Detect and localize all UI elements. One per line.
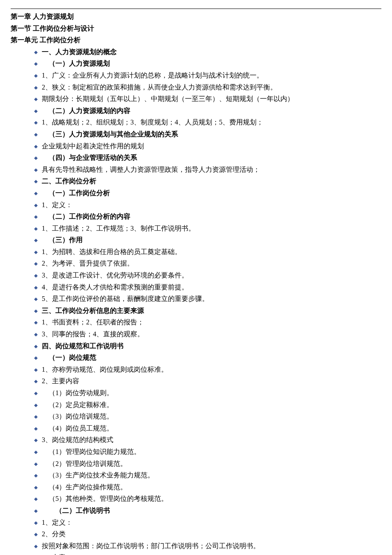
diamond-bullet-icon: ◆ [34, 331, 37, 338]
diamond-bullet-icon: ◆ [34, 460, 37, 468]
list-item-text: 1、工作描述；2、工作规范；3、制作工作说明书。 [42, 223, 381, 234]
list-item-text: 企业规划中起着决定性作用的规划 [42, 141, 381, 152]
list-item-text: （二）工作岗位分析的内容 [42, 211, 381, 222]
diamond-bullet-icon: ◆ [34, 507, 37, 515]
list-item: ◆1、亦称劳动规范、岗位规则或岗位标准。 [11, 364, 381, 375]
list-item-text: （2）定员定额标准。 [42, 399, 381, 410]
list-item-text: 2、分类 [42, 529, 381, 540]
list-item: ◆ （2）定员定额标准。 [11, 399, 381, 410]
content-list: ◆一、人力资源规划的概念◆ （一）人力资源规划◆1、广义：企业所有人力资源计划的… [11, 46, 381, 555]
list-item-text: 5、是工作岗位评价的基础，薪酬制度建立的重要步骤。 [42, 293, 381, 304]
list-item-text: 1、书面资料；2、任职者的报告； [42, 317, 381, 328]
diamond-bullet-icon: ◆ [34, 72, 37, 80]
diamond-bullet-icon: ◆ [34, 448, 37, 456]
diamond-bullet-icon: ◆ [34, 272, 37, 280]
list-item-text: （4）生产岗位操作规范。 [42, 482, 381, 493]
list-item: ◆2、主要内容 [11, 376, 381, 387]
diamond-bullet-icon: ◆ [34, 119, 37, 127]
list-item: ◆企业规划中起着决定性作用的规划 [11, 141, 381, 152]
diamond-bullet-icon: ◆ [34, 190, 37, 197]
diamond-bullet-icon: ◆ [34, 343, 37, 350]
list-item: ◆ （二）人力资源规划的内容 [11, 105, 381, 116]
diamond-bullet-icon: ◆ [34, 307, 37, 315]
list-item: ◆1、广义：企业所有人力资源计划的总称，是战略计划与战术计划的统一。 [11, 70, 381, 81]
list-item-text: 四、岗位规范和工作说明书 [42, 341, 381, 352]
list-item-text: 2、狭义：制定相宜的政策和措施，从而使企业人力资源供给和需求达到平衡。 [42, 82, 381, 93]
diamond-bullet-icon: ◆ [34, 284, 37, 292]
diamond-bullet-icon: ◆ [34, 366, 37, 374]
list-item: ◆3、是改进工作设计、优化劳动环境的必要条件。 [11, 270, 381, 281]
diamond-bullet-icon: ◆ [34, 154, 37, 162]
unit-heading: 第一单元 工作岗位分析 [11, 35, 381, 46]
list-item-text: （5）其他种类。管理岗位的考核规范。 [42, 493, 381, 504]
list-item-text: 三、工作岗位分析信息的主要来源 [42, 305, 381, 316]
list-item-text: 按照对象和范围：岗位工作说明书；部门工作说明书；公司工作说明书。 [42, 541, 381, 552]
list-item: ◆期限划分：长期规划（五年以上）、中期规划（一至三年）、短期规划（一年以内） [11, 93, 381, 104]
top-divider [11, 9, 381, 9]
list-item-text: 3、是改进工作设计、优化劳动环境的必要条件。 [42, 270, 381, 281]
list-item: ◆1、为招聘、选拔和任用合格的员工奠定基础。 [11, 246, 381, 257]
diamond-bullet-icon: ◆ [34, 472, 37, 480]
list-item: ◆ （二）工作说明书 [11, 505, 381, 516]
list-item-text: 期限划分：长期规划（五年以上）、中期规划（一至三年）、短期规划（一年以内） [42, 93, 381, 104]
list-item-text: 1、广义：企业所有人力资源计划的总称，是战略计划与战术计划的统一。 [42, 70, 381, 81]
diamond-bullet-icon: ◆ [34, 249, 37, 256]
list-item-text: 一、人力资源规划的概念 [42, 46, 381, 58]
list-item: ◆5、是工作岗位评价的基础，薪酬制度建立的重要步骤。 [11, 293, 381, 304]
diamond-bullet-icon: ◆ [34, 260, 37, 268]
diamond-bullet-icon: ◆ [34, 237, 37, 244]
list-item-text: 具有先导性和战略性，调整人力资源管理政策，指导人力资源管理活动； [42, 164, 381, 175]
diamond-bullet-icon: ◆ [34, 213, 37, 221]
list-item-text: （三）作用 [42, 234, 381, 246]
list-item: ◆ （3）岗位培训规范。 [11, 411, 381, 422]
list-item: ◆四、岗位规范和工作说明书 [11, 341, 381, 352]
list-item: ◆二、工作岗位分析 [11, 176, 381, 187]
list-item: ◆3、同事的报告；4、直接的观察。 [11, 329, 381, 340]
list-item-text: 4、是进行各类人才供给和需求预测的重要前提。 [42, 282, 381, 293]
diamond-bullet-icon: ◆ [34, 178, 37, 185]
list-item-text: （二）人力资源规划的内容 [42, 105, 381, 116]
diamond-bullet-icon: ◆ [34, 531, 37, 538]
list-item: ◆2、狭义：制定相宜的政策和措施，从而使企业人力资源供给和需求达到平衡。 [11, 82, 381, 93]
list-item-text: 1、为招聘、选拔和任用合格的员工奠定基础。 [42, 246, 381, 257]
list-item: ◆1、定义： [11, 199, 381, 211]
list-item-text: （4）岗位员工规范。 [42, 423, 381, 434]
list-item: ◆ （一）人力资源规划 [11, 58, 381, 69]
list-item-text: 3、内容 [42, 552, 381, 555]
list-item-text: 2、主要内容 [42, 376, 381, 387]
list-item-text: （一）工作岗位分析 [42, 188, 381, 199]
list-item-text: （1）岗位劳动规则。 [42, 387, 381, 399]
list-item-text: （二）工作说明书 [42, 505, 381, 516]
list-item-text: 1、战略规划；2、组织规划；3、制度规划；4、人员规划；5、费用规划； [42, 117, 381, 128]
diamond-bullet-icon: ◆ [34, 131, 37, 139]
list-item: ◆ （四）与企业管理活动的关系 [11, 152, 381, 163]
list-item-text: （三）人力资源规划与其他企业规划的关系 [42, 129, 381, 140]
chapter-heading: 第一章 人力资源规划 [11, 11, 381, 22]
list-item-text: 1、亦称劳动规范、岗位规则或岗位标准。 [42, 364, 381, 375]
diamond-bullet-icon: ◆ [34, 390, 37, 397]
diamond-bullet-icon: ◆ [34, 495, 37, 503]
diamond-bullet-icon: ◆ [34, 425, 37, 433]
diamond-bullet-icon: ◆ [34, 519, 37, 527]
list-item: ◆1、定义： [11, 517, 381, 528]
list-item: ◆ （4）生产岗位操作规范。 [11, 482, 381, 493]
list-item: ◆ （三）人力资源规划与其他企业规划的关系 [11, 129, 381, 140]
list-item: ◆3、岗位规范的结构模式 [11, 434, 381, 445]
diamond-bullet-icon: ◆ [34, 378, 37, 385]
list-item: ◆ （1）岗位劳动规则。 [11, 387, 381, 399]
diamond-bullet-icon: ◆ [34, 413, 37, 421]
list-item-text: （一）岗位规范 [42, 352, 381, 363]
list-item: ◆ （一）岗位规范 [11, 352, 381, 363]
diamond-bullet-icon: ◆ [34, 543, 37, 550]
list-item: ◆ （三）作用 [11, 234, 381, 246]
list-item-text: （四）与企业管理活动的关系 [42, 152, 381, 163]
list-item: ◆2、为考评、晋升提供了依据。 [11, 258, 381, 269]
list-item: ◆按照对象和范围：岗位工作说明书；部门工作说明书；公司工作说明书。 [11, 541, 381, 552]
list-item: ◆1、书面资料；2、任职者的报告； [11, 317, 381, 328]
diamond-bullet-icon: ◆ [34, 402, 37, 409]
list-item-text: 2、为考评、晋升提供了依据。 [42, 258, 381, 269]
list-item: ◆三、工作岗位分析信息的主要来源 [11, 305, 381, 316]
diamond-bullet-icon: ◆ [34, 225, 37, 233]
list-item-text: （3）生产岗位技术业务能力规范。 [42, 470, 381, 481]
diamond-bullet-icon: ◆ [34, 143, 37, 150]
